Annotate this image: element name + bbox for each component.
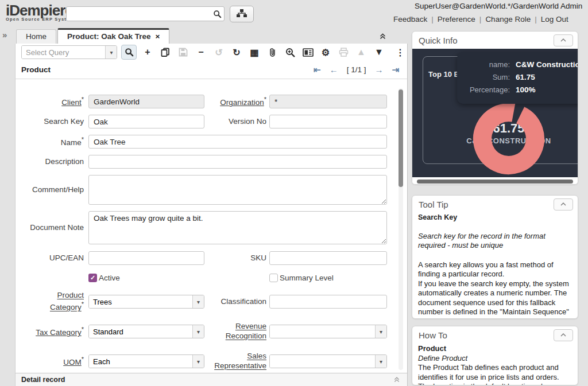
global-search-input[interactable] (67, 7, 210, 20)
collapse-tabbox-icon[interactable] (379, 32, 386, 42)
next-record-icon[interactable]: → (374, 65, 383, 75)
change-role-link[interactable]: Change Role (485, 15, 531, 24)
required-asterisk: * (82, 136, 84, 143)
uom-label: UOM (63, 357, 82, 366)
record-navigation: ⇤ ← [ 1/1 ] → ⇥ (314, 65, 399, 75)
tool-tip-body: Search Key Search key for the record in … (412, 213, 578, 319)
upc-ean-input[interactable] (88, 251, 204, 265)
zoom-across-icon[interactable] (283, 45, 297, 60)
header-links: Feedback|Preference|Change Role|Log Out (393, 15, 568, 24)
collapse-quick-info-button[interactable] (554, 34, 573, 46)
scrollbar-thumb[interactable] (417, 180, 573, 184)
record-header: Product ⇤ ← [ 1/1 ] → ⇥ (16, 61, 407, 79)
form-row: Comment/Help (27, 175, 407, 205)
active-checkbox[interactable]: ✓ (88, 274, 97, 282)
expand-sidebar-icon[interactable]: » (2, 30, 7, 40)
organization-label: Organization (220, 98, 264, 106)
document-note-textarea[interactable]: Oak Trees may grow quite a bit. (88, 211, 387, 244)
search-key-label: Search Key (27, 117, 84, 127)
detail-record-icon[interactable]: ▼ (372, 45, 386, 60)
upc-ean-label: UPC/EAN (27, 254, 84, 263)
sales-representative-input[interactable] (270, 355, 375, 368)
required-asterisk: * (264, 96, 266, 103)
new-record-button[interactable]: + (141, 45, 154, 60)
collapse-tool-tip-button[interactable] (554, 198, 573, 210)
product-category-label: Product Category (50, 291, 84, 311)
product-category-input[interactable] (89, 295, 192, 308)
form-row: Name* (27, 135, 407, 149)
report-icon[interactable] (301, 45, 315, 60)
tab-product-label: Product: Oak Oak Tree (67, 32, 151, 41)
delete-record-button[interactable]: − (194, 45, 208, 60)
description-input[interactable] (88, 155, 387, 169)
client-input[interactable] (88, 95, 204, 108)
form-row: UOM* ▾ Sales Representative ▾ (27, 346, 407, 373)
sales-representative-label: Sales Representative (214, 352, 266, 370)
toolbar-overflow-icon[interactable]: ⋮ (393, 45, 407, 60)
tool-tip-paragraph: A search key allows you a fast method of… (418, 260, 572, 279)
user-info: SuperUser@GardenWorld.*/GardenWorld Admi… (415, 2, 582, 10)
select-query-input[interactable] (22, 46, 105, 59)
select-query-dropdown-button[interactable]: ▾ (105, 46, 117, 59)
copy-record-button[interactable] (158, 45, 172, 60)
summary-level-checkbox[interactable] (269, 274, 278, 282)
name-input[interactable] (88, 135, 387, 149)
required-asterisk: * (82, 326, 84, 333)
chevron-down-icon: ▾ (197, 329, 200, 335)
how-to-header: How To (412, 326, 578, 344)
refresh-icon[interactable]: ↻ (230, 45, 243, 60)
uom-dropdown-button[interactable]: ▾ (192, 355, 204, 368)
save-button (176, 45, 190, 60)
detail-record-bar[interactable]: Detail record (16, 373, 407, 386)
classification-input[interactable] (269, 295, 387, 309)
sales-representative-dropdown-button[interactable]: ▾ (375, 355, 386, 368)
attachment-icon[interactable] (265, 45, 279, 60)
tax-category-label: Tax Category (36, 327, 82, 336)
form-scrollbar[interactable] (399, 88, 403, 370)
previous-record-icon[interactable]: ← (330, 65, 338, 75)
donut-ring[interactable] (466, 96, 552, 177)
scrollbar-thumb[interactable] (399, 89, 403, 187)
revenue-recognition-input[interactable] (270, 325, 375, 338)
chart-horizontal-scrollbar[interactable] (412, 177, 578, 185)
close-tab-icon[interactable]: × (156, 32, 160, 41)
logout-link[interactable]: Log Out (541, 15, 568, 24)
organization-input[interactable] (269, 95, 387, 108)
sku-input[interactable] (269, 251, 387, 265)
tax-category-combo: ▾ (88, 325, 204, 338)
how-to-panel: How To Product Define Product The Produc… (412, 326, 578, 385)
last-record-icon[interactable]: ⇥ (392, 65, 399, 75)
find-record-button[interactable] (121, 45, 137, 60)
process-gear-icon[interactable]: ⚙ (319, 45, 332, 60)
tax-category-dropdown-button[interactable]: ▾ (192, 325, 204, 338)
classification-label: Classification (204, 297, 266, 307)
first-record-icon[interactable]: ⇤ (314, 65, 321, 75)
product-window: ▾ + − ↺ ↻ ▦ ⚙ ▲ ▼ ⋮ Product ⇤ ← [ 1/1 ] … (15, 44, 408, 386)
grid-toggle-icon[interactable]: ▦ (247, 45, 261, 60)
tab-title: Product (21, 65, 51, 74)
tab-home[interactable]: Home (16, 29, 56, 44)
form-row: ✓ Active Summary Level (27, 273, 407, 282)
version-no-input[interactable] (269, 115, 387, 128)
check-icon: ✓ (90, 274, 95, 282)
tax-category-input[interactable] (89, 325, 192, 338)
required-asterisk: * (82, 301, 84, 307)
revenue-recognition-label: Revenue Recognition (226, 322, 266, 340)
app-logo: iDempiere Open Source ERP System (6, 3, 74, 22)
revenue-recognition-combo: ▾ (269, 325, 387, 338)
search-icon[interactable] (210, 10, 224, 18)
feedback-link[interactable]: Feedback (393, 15, 427, 24)
collapse-how-to-button[interactable] (554, 329, 573, 341)
form-row: Client* Organization* (27, 95, 407, 108)
comment-help-textarea[interactable] (88, 175, 387, 205)
menu-tree-button[interactable] (230, 6, 254, 22)
preference-link[interactable]: Preference (438, 15, 475, 24)
link-separator: | (479, 15, 482, 24)
uom-input[interactable] (89, 355, 192, 368)
search-key-input[interactable] (88, 115, 204, 128)
revenue-recognition-dropdown-button[interactable]: ▾ (375, 325, 386, 338)
expand-detail-icon[interactable] (393, 375, 400, 385)
tooltip-percentage-value: 100% (516, 85, 536, 94)
tab-product[interactable]: Product: Oak Oak Tree× (57, 28, 169, 44)
product-category-dropdown-button[interactable]: ▾ (192, 295, 204, 308)
